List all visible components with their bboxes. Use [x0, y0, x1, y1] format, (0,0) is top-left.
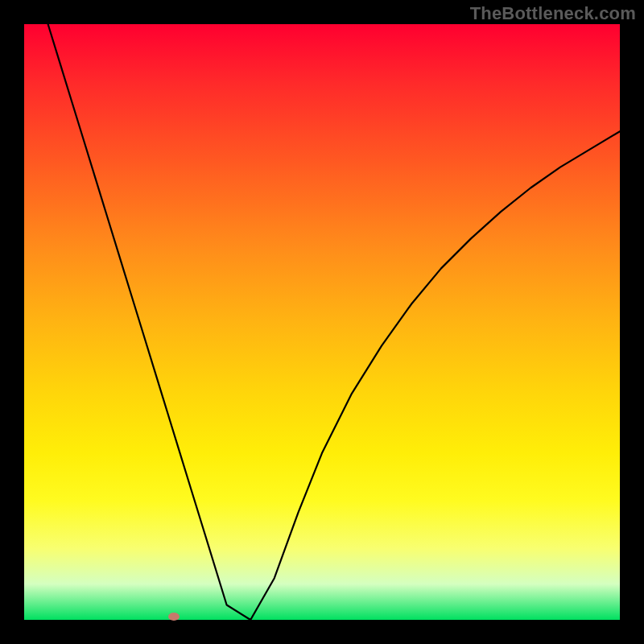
plot-area [24, 24, 620, 620]
chart-frame: TheBottleneck.com [0, 0, 644, 644]
watermark-text: TheBottleneck.com [470, 3, 636, 24]
bottleneck-curve [24, 24, 620, 620]
